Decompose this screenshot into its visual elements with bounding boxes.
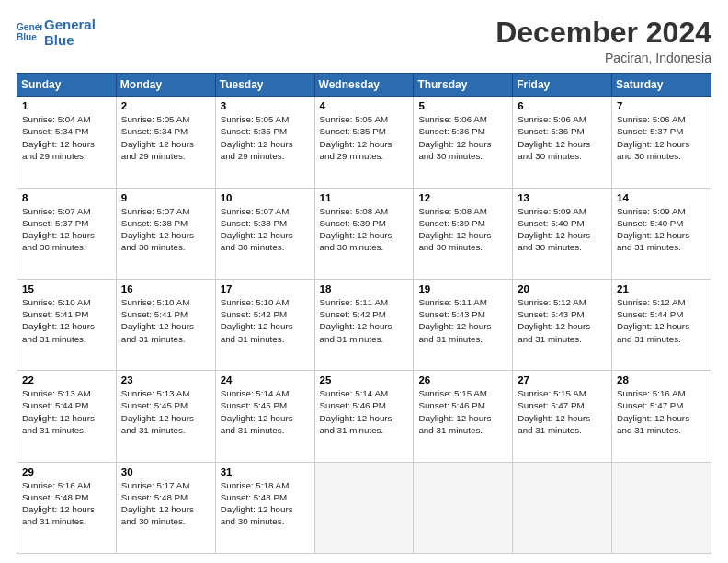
day-number: 30	[121, 466, 210, 477]
calendar-cell: 8 Sunrise: 5:07 AMSunset: 5:37 PMDayligh…	[17, 188, 117, 279]
logo-general: General	[44, 17, 96, 32]
day-number: 22	[22, 374, 111, 385]
day-number: 31	[221, 466, 310, 477]
day-number: 26	[418, 374, 507, 385]
title-block: December 2024 Paciran, Indonesia	[495, 17, 711, 65]
calendar-week-3: 15 Sunrise: 5:10 AMSunset: 5:41 PMDaylig…	[17, 279, 711, 370]
calendar-cell: 9 Sunrise: 5:07 AMSunset: 5:38 PMDayligh…	[116, 188, 215, 279]
calendar-cell: 27 Sunrise: 5:15 AMSunset: 5:47 PMDaylig…	[513, 371, 612, 462]
day-info: Sunrise: 5:12 AMSunset: 5:43 PMDaylight:…	[518, 297, 590, 344]
day-info: Sunrise: 5:08 AMSunset: 5:39 PMDaylight:…	[320, 206, 392, 253]
calendar-cell: 3 Sunrise: 5:05 AMSunset: 5:35 PMDayligh…	[215, 97, 314, 188]
day-info: Sunrise: 5:05 AMSunset: 5:34 PMDaylight:…	[121, 114, 194, 161]
calendar-cell	[414, 462, 513, 553]
calendar-cell: 11 Sunrise: 5:08 AMSunset: 5:39 PMDaylig…	[314, 188, 414, 279]
col-header-monday: Monday	[116, 74, 215, 97]
calendar-cell: 29 Sunrise: 5:16 AMSunset: 5:48 PMDaylig…	[17, 462, 117, 553]
day-info: Sunrise: 5:04 AMSunset: 5:34 PMDaylight:…	[22, 114, 95, 161]
day-info: Sunrise: 5:11 AMSunset: 5:42 PMDaylight:…	[320, 297, 392, 344]
calendar-cell: 13 Sunrise: 5:09 AMSunset: 5:40 PMDaylig…	[513, 188, 612, 279]
day-number: 3	[221, 100, 310, 111]
calendar-week-2: 8 Sunrise: 5:07 AMSunset: 5:37 PMDayligh…	[17, 188, 711, 279]
calendar-cell: 24 Sunrise: 5:14 AMSunset: 5:45 PMDaylig…	[215, 371, 314, 462]
day-number: 27	[518, 374, 607, 385]
day-info: Sunrise: 5:15 AMSunset: 5:47 PMDaylight:…	[518, 388, 590, 435]
calendar-cell: 18 Sunrise: 5:11 AMSunset: 5:42 PMDaylig…	[314, 279, 414, 370]
calendar-cell: 23 Sunrise: 5:13 AMSunset: 5:45 PMDaylig…	[116, 371, 215, 462]
day-info: Sunrise: 5:09 AMSunset: 5:40 PMDaylight:…	[518, 206, 590, 253]
day-number: 29	[22, 466, 111, 477]
day-info: Sunrise: 5:10 AMSunset: 5:41 PMDaylight:…	[121, 297, 194, 344]
calendar-cell: 22 Sunrise: 5:13 AMSunset: 5:44 PMDaylig…	[17, 371, 117, 462]
day-info: Sunrise: 5:10 AMSunset: 5:42 PMDaylight:…	[221, 297, 293, 344]
day-info: Sunrise: 5:07 AMSunset: 5:37 PMDaylight:…	[22, 206, 95, 253]
calendar-cell	[612, 462, 711, 553]
day-number: 1	[22, 100, 111, 111]
page: General Blue General Blue December 2024 …	[0, 0, 728, 563]
day-info: Sunrise: 5:07 AMSunset: 5:38 PMDaylight:…	[221, 206, 293, 253]
day-number: 21	[617, 283, 706, 294]
svg-text:Blue: Blue	[17, 33, 37, 43]
day-info: Sunrise: 5:10 AMSunset: 5:41 PMDaylight:…	[22, 297, 95, 344]
day-info: Sunrise: 5:14 AMSunset: 5:45 PMDaylight:…	[221, 388, 293, 435]
main-title: December 2024	[495, 17, 711, 49]
col-header-friday: Friday	[513, 74, 612, 97]
col-header-saturday: Saturday	[612, 74, 711, 97]
calendar-cell: 1 Sunrise: 5:04 AMSunset: 5:34 PMDayligh…	[17, 97, 117, 188]
day-number: 15	[22, 283, 111, 294]
day-info: Sunrise: 5:06 AMSunset: 5:36 PMDaylight:…	[418, 114, 491, 161]
calendar-week-1: 1 Sunrise: 5:04 AMSunset: 5:34 PMDayligh…	[17, 97, 711, 188]
calendar-header-row: SundayMondayTuesdayWednesdayThursdayFrid…	[17, 74, 711, 97]
day-info: Sunrise: 5:17 AMSunset: 5:48 PMDaylight:…	[121, 480, 194, 527]
calendar-cell: 26 Sunrise: 5:15 AMSunset: 5:46 PMDaylig…	[414, 371, 513, 462]
day-info: Sunrise: 5:12 AMSunset: 5:44 PMDaylight:…	[617, 297, 689, 344]
calendar-cell: 2 Sunrise: 5:05 AMSunset: 5:34 PMDayligh…	[116, 97, 215, 188]
day-info: Sunrise: 5:05 AMSunset: 5:35 PMDaylight:…	[320, 114, 392, 161]
calendar-cell: 15 Sunrise: 5:10 AMSunset: 5:41 PMDaylig…	[17, 279, 117, 370]
day-info: Sunrise: 5:06 AMSunset: 5:37 PMDaylight:…	[617, 114, 689, 161]
day-number: 25	[320, 374, 409, 385]
calendar-cell: 5 Sunrise: 5:06 AMSunset: 5:36 PMDayligh…	[414, 97, 513, 188]
col-header-thursday: Thursday	[414, 74, 513, 97]
day-info: Sunrise: 5:18 AMSunset: 5:48 PMDaylight:…	[221, 480, 293, 527]
day-number: 17	[221, 283, 310, 294]
col-header-wednesday: Wednesday	[314, 74, 414, 97]
calendar-cell: 17 Sunrise: 5:10 AMSunset: 5:42 PMDaylig…	[215, 279, 314, 370]
day-info: Sunrise: 5:16 AMSunset: 5:47 PMDaylight:…	[617, 388, 689, 435]
calendar-cell: 21 Sunrise: 5:12 AMSunset: 5:44 PMDaylig…	[612, 279, 711, 370]
day-info: Sunrise: 5:16 AMSunset: 5:48 PMDaylight:…	[22, 480, 95, 527]
calendar-cell: 31 Sunrise: 5:18 AMSunset: 5:48 PMDaylig…	[215, 462, 314, 553]
calendar-cell: 16 Sunrise: 5:10 AMSunset: 5:41 PMDaylig…	[116, 279, 215, 370]
calendar-cell: 7 Sunrise: 5:06 AMSunset: 5:37 PMDayligh…	[612, 97, 711, 188]
col-header-sunday: Sunday	[17, 74, 117, 97]
calendar-cell	[513, 462, 612, 553]
calendar-cell: 14 Sunrise: 5:09 AMSunset: 5:40 PMDaylig…	[612, 188, 711, 279]
day-number: 23	[121, 374, 210, 385]
calendar-cell	[314, 462, 414, 553]
day-number: 28	[617, 374, 706, 385]
day-info: Sunrise: 5:06 AMSunset: 5:36 PMDaylight:…	[518, 114, 590, 161]
day-info: Sunrise: 5:13 AMSunset: 5:44 PMDaylight:…	[22, 388, 95, 435]
day-number: 7	[617, 100, 706, 111]
svg-text:General: General	[17, 23, 42, 33]
calendar-cell: 20 Sunrise: 5:12 AMSunset: 5:43 PMDaylig…	[513, 279, 612, 370]
day-number: 12	[418, 192, 507, 203]
calendar-cell: 4 Sunrise: 5:05 AMSunset: 5:35 PMDayligh…	[314, 97, 414, 188]
day-number: 18	[320, 283, 409, 294]
logo-blue: Blue	[44, 32, 96, 48]
logo-icon: General Blue	[17, 19, 42, 45]
logo: General Blue General Blue	[17, 17, 96, 49]
calendar-cell: 25 Sunrise: 5:14 AMSunset: 5:46 PMDaylig…	[314, 371, 414, 462]
day-info: Sunrise: 5:13 AMSunset: 5:45 PMDaylight:…	[121, 388, 194, 435]
day-number: 6	[518, 100, 607, 111]
subtitle: Paciran, Indonesia	[495, 51, 711, 65]
calendar-table: SundayMondayTuesdayWednesdayThursdayFrid…	[17, 73, 711, 554]
calendar-cell: 6 Sunrise: 5:06 AMSunset: 5:36 PMDayligh…	[513, 97, 612, 188]
day-number: 13	[518, 192, 607, 203]
calendar-week-5: 29 Sunrise: 5:16 AMSunset: 5:48 PMDaylig…	[17, 462, 711, 553]
day-info: Sunrise: 5:08 AMSunset: 5:39 PMDaylight:…	[418, 206, 491, 253]
day-number: 10	[221, 192, 310, 203]
day-number: 11	[320, 192, 409, 203]
day-number: 19	[418, 283, 507, 294]
calendar-cell: 30 Sunrise: 5:17 AMSunset: 5:48 PMDaylig…	[116, 462, 215, 553]
